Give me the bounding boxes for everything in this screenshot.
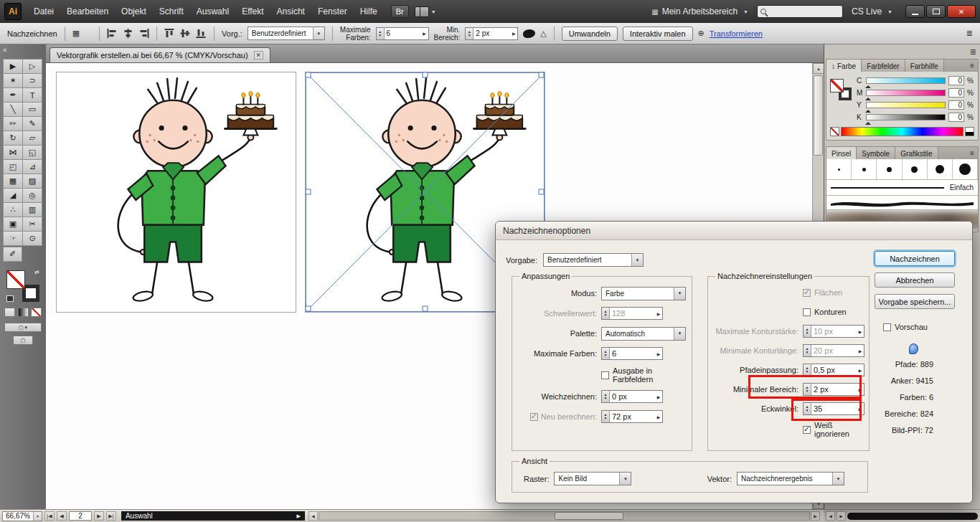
brush-swatch[interactable]: [903, 159, 928, 179]
umwandeln-button[interactable]: Umwandeln: [562, 27, 618, 41]
gradient-tool-icon[interactable]: ▨: [22, 174, 42, 189]
preset-select[interactable]: Benutzerdefiniert: [248, 27, 325, 40]
hand-tool-icon[interactable]: ☞: [3, 231, 23, 246]
spinner-icon[interactable]: [602, 391, 610, 402]
scale-tool-icon[interactable]: ▱: [22, 130, 42, 146]
zoom-level-select[interactable]: 66,67%: [2, 511, 42, 521]
line-tool-icon[interactable]: ╲: [3, 102, 23, 117]
align-center-icon[interactable]: [123, 29, 133, 38]
selection-tool-icon[interactable]: ▶: [3, 59, 23, 74]
spinner-icon[interactable]: [466, 28, 473, 39]
pencil-tool-icon[interactable]: ✎: [22, 116, 42, 131]
yellow-slider[interactable]: [866, 102, 946, 108]
trace-result-icon[interactable]: [523, 29, 535, 38]
minimize-button[interactable]: [905, 5, 925, 18]
none-swatch[interactable]: [830, 127, 839, 136]
brush-swatch[interactable]: [928, 159, 953, 179]
konturen-checkbox[interactable]: [803, 308, 811, 316]
artboard-original[interactable]: [56, 72, 296, 313]
brush-item-charcoal[interactable]: [826, 196, 978, 210]
brush-swatch[interactable]: [826, 159, 852, 179]
slider-popup-icon[interactable]: [655, 411, 662, 422]
menu-datei[interactable]: Datei: [27, 0, 60, 23]
interaktiv-malen-button[interactable]: Interaktiv malen: [623, 27, 693, 41]
bridge-button[interactable]: Br: [391, 5, 409, 18]
shape-builder-tool-icon[interactable]: ◰: [3, 159, 23, 174]
nachzeichnen-button[interactable]: Nachzeichnen: [875, 251, 955, 266]
swap-fill-stroke-icon[interactable]: ⇄: [34, 269, 39, 275]
cyan-slider[interactable]: [866, 77, 946, 84]
scroll-right-icon[interactable]: [837, 511, 846, 521]
color-button[interactable]: [4, 308, 15, 317]
palette-select[interactable]: Automatisch: [601, 327, 686, 341]
slider-popup-icon[interactable]: [655, 348, 662, 359]
spinner-icon[interactable]: [804, 384, 811, 395]
ausgabe-in-farbfeldern-checkbox[interactable]: [601, 371, 609, 379]
spinner-icon[interactable]: [377, 28, 385, 39]
align-right-icon[interactable]: [138, 29, 149, 38]
menu-fenster[interactable]: Fenster: [311, 0, 354, 23]
search-box[interactable]: [757, 5, 843, 18]
abbrechen-button[interactable]: Abbrechen: [875, 272, 955, 288]
zoom-tool-icon[interactable]: ⊙: [22, 231, 42, 246]
yellow-value[interactable]: 0: [948, 100, 964, 110]
align-top-icon[interactable]: [164, 29, 175, 38]
artboard-number-field[interactable]: 2: [69, 511, 92, 521]
black-value[interactable]: 0: [948, 113, 964, 122]
last-artboard-button[interactable]: [106, 511, 116, 521]
perspective-grid-tool-icon[interactable]: ⊿: [22, 159, 42, 174]
status-display-select[interactable]: Auswahl: [121, 511, 305, 521]
black-slider[interactable]: [866, 114, 946, 120]
brush-item-einfach[interactable]: Einfach: [826, 180, 978, 196]
symbol-sprayer-tool-icon[interactable]: ∴: [3, 202, 23, 217]
maximize-button[interactable]: [926, 5, 946, 18]
scroll-left-icon[interactable]: [308, 511, 318, 521]
dialog-title[interactable]: Nachzeichnenoptionen: [496, 222, 972, 240]
scroll-left-icon[interactable]: [826, 511, 835, 521]
gradient-button[interactable]: [18, 308, 29, 317]
blob-brush-tool-icon[interactable]: ✐: [3, 247, 22, 262]
tracing-presets-icon[interactable]: ▦: [72, 29, 80, 38]
tab-grafikstile[interactable]: Grafikstile: [895, 147, 938, 159]
spinner-icon[interactable]: [804, 364, 811, 376]
cyan-value[interactable]: 0: [948, 76, 964, 85]
tab-farbe[interactable]: ↕ Farbe: [826, 60, 862, 72]
default-fill-stroke-icon[interactable]: [6, 295, 14, 302]
weichzeichnen-stepper[interactable]: 0 px: [601, 390, 663, 403]
width-tool-icon[interactable]: ⋈: [3, 145, 23, 160]
artboard-tool-icon[interactable]: ▣: [3, 217, 23, 232]
spinner-icon[interactable]: [602, 411, 610, 422]
max-colors-stepper[interactable]: 6: [376, 27, 429, 40]
column-graph-tool-icon[interactable]: ▥: [22, 202, 42, 217]
menu-bearbeiten[interactable]: Bearbeiten: [60, 0, 115, 23]
horizontal-scrollbar-thumb[interactable]: [555, 512, 623, 520]
spinner-icon[interactable]: [602, 348, 610, 359]
menu-schrift[interactable]: Schrift: [153, 0, 190, 23]
none-button[interactable]: [31, 308, 42, 317]
min-area-stepper[interactable]: 2 px: [465, 27, 518, 40]
screen-mode-button[interactable]: ▢: [13, 336, 33, 345]
neu-berechnen-stepper[interactable]: 72 px: [601, 410, 663, 423]
arrange-documents-icon[interactable]: [415, 6, 429, 17]
app-logo[interactable]: Ai: [4, 3, 22, 20]
transformieren-link[interactable]: Transformieren: [710, 29, 763, 38]
mesh-tool-icon[interactable]: ▦: [3, 174, 23, 189]
menu-objekt[interactable]: Objekt: [115, 0, 153, 23]
panel-menu-icon[interactable]: ≡: [966, 147, 978, 159]
type-tool-icon[interactable]: T: [22, 87, 42, 103]
collapse-tools-button[interactable]: «: [0, 44, 46, 54]
close-tab-icon[interactable]: ✕: [254, 51, 264, 60]
previous-artboard-button[interactable]: [57, 511, 67, 521]
first-artboard-button[interactable]: [44, 511, 55, 521]
slider-popup-icon[interactable]: [510, 28, 517, 39]
align-middle-icon[interactable]: [180, 29, 191, 38]
tab-farbhilfe[interactable]: Farbhilfe: [905, 60, 944, 72]
color-spectrum[interactable]: [841, 127, 963, 136]
modus-select[interactable]: Farbe: [601, 287, 686, 300]
control-panel-menu-icon[interactable]: ≣: [966, 29, 973, 38]
weiss-ignorieren-checkbox[interactable]: [803, 426, 811, 434]
slice-tool-icon[interactable]: ✂: [22, 217, 42, 232]
rectangle-tool-icon[interactable]: ▭: [22, 102, 42, 117]
lasso-tool-icon[interactable]: ⊃: [22, 73, 42, 88]
maximale-farben-stepper[interactable]: 6: [601, 347, 663, 360]
